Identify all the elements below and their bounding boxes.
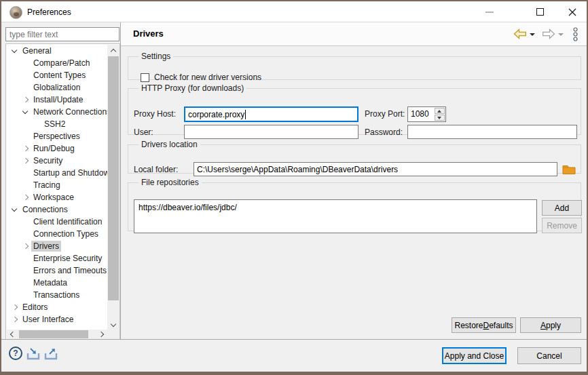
panel-divider: [120, 22, 121, 339]
tree-item-user-interface[interactable]: User Interface: [7, 313, 107, 325]
chevron-collapsed-icon[interactable]: [20, 240, 31, 252]
maximize-button[interactable]: [528, 1, 551, 22]
page-nav-tools: [513, 27, 578, 41]
proxy-user-label: User:: [134, 127, 153, 137]
proxy-host-value: corporate.proxy: [188, 110, 244, 119]
proxy-host-input[interactable]: corporate.proxy: [184, 106, 359, 122]
preferences-tree-panel: GeneralCompare/PatchContent TypesGlobali…: [5, 43, 120, 340]
import-preferences-button[interactable]: [26, 348, 42, 361]
minimize-button[interactable]: [478, 1, 501, 22]
tree-item-label: Tracing: [31, 180, 62, 191]
remove-repository-button[interactable]: Remove: [542, 218, 582, 233]
tree-item-compare-patch[interactable]: Compare/Patch: [7, 57, 107, 69]
tree-item-network-connections[interactable]: Network Connections: [7, 106, 107, 118]
tree-item-perspectives[interactable]: Perspectives: [7, 130, 107, 142]
tree-vertical-scrollbar[interactable]: [107, 45, 120, 330]
tree-item-enterprise-security[interactable]: Enterprise Security: [7, 252, 107, 264]
tree-item-metadata[interactable]: Metadata: [7, 277, 107, 289]
view-menu-dots-icon[interactable]: [572, 27, 578, 41]
chevron-collapsed-icon[interactable]: [10, 313, 20, 325]
chevron-expanded-icon[interactable]: [10, 203, 20, 216]
chevron-expanded-icon[interactable]: [20, 106, 31, 118]
proxy-user-input[interactable]: [184, 125, 359, 139]
local-folder-input[interactable]: C:\Users\serge\AppData\Roaming\DBeaverDa…: [194, 162, 557, 176]
export-preferences-button[interactable]: [43, 348, 60, 361]
chevron-expanded-icon[interactable]: [10, 45, 20, 57]
tree-item-startup-and-shutdown[interactable]: Startup and Shutdown: [7, 167, 107, 179]
chevron-spacer: [20, 277, 31, 289]
horizontal-scroll-thumb[interactable]: [19, 330, 88, 338]
tree-item-label: Perspectives: [31, 131, 82, 142]
settings-group: Settings Check for new driver versions: [128, 52, 581, 80]
scroll-left-icon[interactable]: [7, 330, 18, 339]
tree-item-install-update[interactable]: Install/Update: [7, 94, 107, 106]
tree-item-globalization[interactable]: Globalization: [7, 81, 107, 94]
tree-item-security[interactable]: Security: [7, 155, 107, 167]
proxy-port-label: Proxy Port:: [365, 109, 405, 119]
vertical-scroll-thumb[interactable]: [108, 56, 119, 300]
repository-list[interactable]: https://dbeaver.io/files/jdbc/: [134, 199, 537, 233]
cancel-button[interactable]: Cancel: [517, 347, 581, 364]
chevron-collapsed-icon[interactable]: [20, 94, 31, 106]
tree-item-general[interactable]: General: [7, 45, 107, 57]
close-button[interactable]: [561, 1, 584, 22]
chevron-spacer: [20, 228, 31, 240]
spinner-down-icon[interactable]: [435, 115, 445, 121]
proxy-password-input[interactable]: [407, 125, 577, 139]
tree-item-connections[interactable]: Connections: [7, 203, 107, 216]
scrollbar-corner: [107, 330, 120, 339]
tree-item-label: Editors: [20, 302, 50, 313]
help-button[interactable]: [9, 347, 22, 360]
back-history-dropdown-icon[interactable]: [530, 33, 535, 36]
add-repository-button[interactable]: Add: [542, 200, 582, 216]
restore-defaults-label-post: efaults: [489, 321, 513, 330]
chevron-spacer: [20, 130, 31, 142]
tree-item-workspace[interactable]: Workspace: [7, 191, 107, 203]
apply-label-post: pply: [546, 321, 561, 330]
tree-item-label: User Interface: [20, 314, 75, 325]
chevron-spacer: [20, 81, 31, 94]
spinner-buttons: [434, 107, 445, 121]
spinner-up-icon[interactable]: [435, 108, 445, 114]
tree-item-label: Connection Types: [31, 229, 100, 239]
check-driver-versions-checkbox[interactable]: [141, 73, 149, 82]
tree-item-run-debug[interactable]: Run/Debug: [7, 142, 107, 155]
filter-input[interactable]: [5, 27, 120, 41]
tree-item-tracing[interactable]: Tracing: [7, 179, 107, 191]
check-driver-versions-row[interactable]: Check for new driver versions: [141, 73, 261, 82]
tree-item-client-identification[interactable]: Client Identification: [7, 216, 107, 228]
tree-item-drivers[interactable]: Drivers: [7, 240, 107, 252]
apply-and-close-button[interactable]: Apply and Close: [442, 347, 507, 364]
tree-item-label: Transactions: [31, 290, 81, 300]
tree-item-ssh2[interactable]: SSH2: [7, 118, 107, 130]
tree-item-transactions[interactable]: Transactions: [7, 289, 107, 301]
tree-item-content-types[interactable]: Content Types: [7, 69, 107, 81]
tree-item-label: Client Identification: [31, 216, 104, 227]
chevron-spacer: [20, 264, 31, 277]
proxy-port-spinner[interactable]: 1080: [407, 106, 446, 122]
minimize-icon: [485, 12, 494, 13]
chevron-collapsed-icon[interactable]: [20, 191, 31, 203]
restore-defaults-button[interactable]: Restore Defaults: [452, 317, 516, 333]
tree-item-connection-types[interactable]: Connection Types: [7, 228, 107, 240]
scroll-down-icon[interactable]: [107, 319, 120, 330]
chevron-collapsed-icon[interactable]: [20, 155, 31, 167]
tree-horizontal-scrollbar[interactable]: [7, 330, 107, 339]
tree-item-errors-and-timeouts[interactable]: Errors and Timeouts: [7, 264, 107, 277]
scroll-up-icon[interactable]: [107, 45, 120, 56]
chevron-collapsed-icon[interactable]: [20, 142, 31, 155]
chevron-spacer: [20, 179, 31, 191]
scroll-right-icon[interactable]: [96, 330, 107, 339]
tree-item-label: Run/Debug: [31, 143, 77, 154]
proxy-port-value: 1080: [408, 107, 434, 121]
footer-separator: [1, 339, 587, 340]
tree-item-editors[interactable]: Editors: [7, 301, 107, 313]
back-arrow-icon[interactable]: [513, 28, 527, 39]
chevron-collapsed-icon[interactable]: [10, 301, 20, 313]
titlebar[interactable]: Preferences: [1, 1, 587, 22]
apply-mnemonic: A: [540, 321, 546, 330]
apply-button[interactable]: Apply: [520, 317, 581, 333]
browse-folder-button[interactable]: [562, 163, 576, 176]
repository-list-item[interactable]: https://dbeaver.io/files/jdbc/: [134, 200, 536, 212]
maximize-icon: [536, 8, 544, 16]
